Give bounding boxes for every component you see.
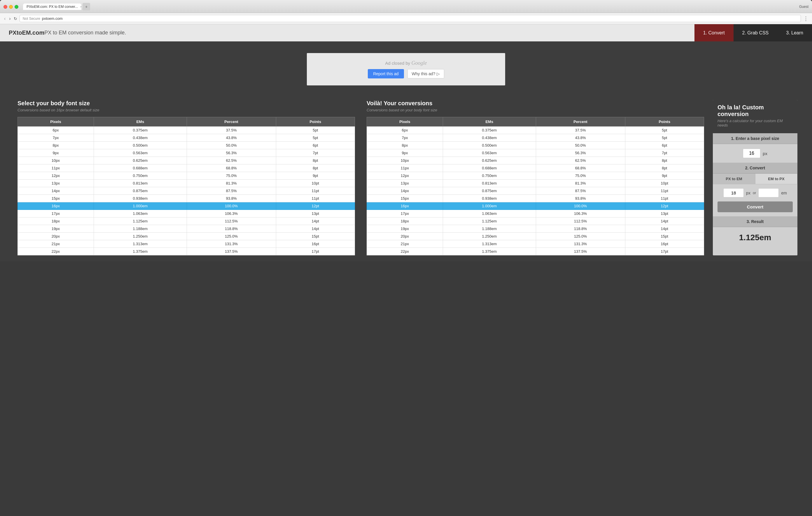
table-cell: 75.0% <box>536 172 625 180</box>
report-ad-button[interactable]: Report this ad <box>368 69 404 79</box>
table-row[interactable]: 14px0.875em87.5%11pt <box>18 187 355 195</box>
browser-menu-icon[interactable]: ⋮ <box>803 16 809 22</box>
title-bar: PXtoEM.com: PX to EM conver... × + Guest <box>0 0 812 13</box>
table-cell: 131.3% <box>536 240 625 248</box>
table-row[interactable]: 22px1.375em137.5%17pt <box>367 248 704 255</box>
table-row[interactable]: 15px0.938em93.8%11pt <box>18 195 355 202</box>
right-col-ems: EMs <box>443 117 536 126</box>
convert-inputs: px or em <box>713 184 798 202</box>
tab-close-icon[interactable]: × <box>80 5 81 8</box>
table-row[interactable]: 9px0.563em56.3%7pt <box>18 149 355 157</box>
table-cell: 14pt <box>276 217 355 225</box>
page-content: PXtoEM.com PX to EM conversion made simp… <box>0 24 812 261</box>
forward-button[interactable]: › <box>8 16 11 21</box>
nav-tab-grabcss[interactable]: 2. Grab CSS <box>733 24 778 41</box>
table-row[interactable]: 7px0.438em43.8%5pt <box>367 134 704 142</box>
tab-px-to-em[interactable]: PX to EM <box>713 174 755 184</box>
why-this-ad-button[interactable]: Why this ad? ▷ <box>407 69 444 79</box>
convert-button[interactable]: Convert <box>718 202 793 212</box>
table-row[interactable]: 16px1.000em100.0%12pt <box>367 202 704 210</box>
active-tab[interactable]: PXtoEM.com: PX to EM conver... × <box>23 3 81 10</box>
table-row[interactable]: 18px1.125em112.5%14pt <box>367 217 704 225</box>
table-row[interactable]: 20px1.250em125.0%15pt <box>367 233 704 240</box>
table-row[interactable]: 9px0.563em56.3%7pt <box>367 149 704 157</box>
table-row[interactable]: 6px0.375em37.5%5pt <box>18 126 355 134</box>
minimize-button[interactable] <box>9 5 13 9</box>
table-row[interactable]: 13px0.813em81.3%10pt <box>18 180 355 187</box>
back-button[interactable]: ‹ <box>3 16 6 21</box>
google-logo-text: Google <box>411 60 427 66</box>
not-secure-label: Not Secure <box>23 17 40 21</box>
table-cell: 0.750em <box>94 172 187 180</box>
left-col-percent: Percent <box>187 117 276 126</box>
table-row[interactable]: 8px0.500em50.0%6pt <box>367 142 704 149</box>
table-row[interactable]: 7px0.438em43.8%5pt <box>18 134 355 142</box>
nav-tab-convert[interactable]: 1. Convert <box>694 24 733 41</box>
table-cell: 0.813em <box>443 180 536 187</box>
em-input[interactable] <box>758 188 779 198</box>
px-input[interactable] <box>723 188 744 198</box>
table-row[interactable]: 21px1.313em131.3%16pt <box>18 240 355 248</box>
table-row[interactable]: 21px1.313em131.3%16pt <box>367 240 704 248</box>
table-cell: 0.563em <box>443 149 536 157</box>
refresh-button[interactable]: ↻ <box>14 16 17 21</box>
table-cell: 0.500em <box>94 142 187 149</box>
table-row[interactable]: 11px0.688em68.8%8pt <box>367 164 704 172</box>
new-tab-button[interactable]: + <box>83 3 90 10</box>
table-row[interactable]: 22px1.375em137.5%17pt <box>18 248 355 255</box>
table-cell: 13pt <box>276 210 355 217</box>
base-pixel-input[interactable] <box>743 149 760 158</box>
table-cell: 17pt <box>276 248 355 255</box>
site-logo: PXtoEM.com PX to EM conversion made simp… <box>0 24 694 41</box>
table-row[interactable]: 19px1.188em118.8%14pt <box>367 225 704 233</box>
table-cell: 8pt <box>625 157 704 164</box>
left-section: Select your body font size Conversions b… <box>14 100 358 255</box>
table-row[interactable]: 10px0.625em62.5%8pt <box>367 157 704 164</box>
table-cell: 50.0% <box>187 142 276 149</box>
url-bar[interactable]: Not Secure pxtoem.com <box>20 15 801 22</box>
table-row[interactable]: 17px1.063em106.3%13pt <box>18 210 355 217</box>
table-cell: 1.000em <box>443 202 536 210</box>
result-value: 1.125em <box>713 227 798 248</box>
table-row[interactable]: 12px0.750em75.0%9pt <box>18 172 355 180</box>
table-cell: 7pt <box>276 149 355 157</box>
table-cell: 131.3% <box>187 240 276 248</box>
why-btn-icon: ▷ <box>437 71 440 76</box>
table-cell: 6px <box>367 126 443 134</box>
table-row[interactable]: 18px1.125em112.5%14pt <box>18 217 355 225</box>
table-row[interactable]: 11px0.688em68.8%8pt <box>18 164 355 172</box>
table-cell: 7px <box>18 134 94 142</box>
table-cell: 1.250em <box>443 233 536 240</box>
close-button[interactable] <box>3 5 7 9</box>
table-row[interactable]: 6px0.375em37.5%5pt <box>367 126 704 134</box>
table-cell: 112.5% <box>536 217 625 225</box>
right-col-pixels: Pixels <box>367 117 443 126</box>
tab-em-to-px[interactable]: EM to PX <box>755 174 798 184</box>
table-cell: 1.063em <box>443 210 536 217</box>
table-row[interactable]: 20px1.250em125.0%15pt <box>18 233 355 240</box>
table-row[interactable]: 17px1.063em106.3%13pt <box>367 210 704 217</box>
table-cell: 1.188em <box>443 225 536 233</box>
table-cell: 0.750em <box>443 172 536 180</box>
table-row[interactable]: 8px0.500em50.0%6pt <box>18 142 355 149</box>
table-cell: 1.188em <box>94 225 187 233</box>
nav-tabs: 1. Convert 2. Grab CSS 3. Learn <box>694 24 812 41</box>
left-section-title: Select your body font size <box>18 100 355 107</box>
table-cell: 1.063em <box>94 210 187 217</box>
table-row[interactable]: 16px1.000em100.0%12pt <box>18 202 355 210</box>
table-row[interactable]: 13px0.813em81.3%10pt <box>367 180 704 187</box>
base-size-row: px <box>713 144 798 163</box>
table-cell: 11pt <box>625 187 704 195</box>
table-cell: 118.8% <box>536 225 625 233</box>
table-cell: 15pt <box>625 233 704 240</box>
nav-tab-learn[interactable]: 3. Learn <box>777 24 812 41</box>
custom-panel-title: Oh la la! Custom conversion <box>718 104 793 118</box>
maximize-button[interactable] <box>14 5 18 9</box>
right-section-title: Voilà! Your conversions <box>367 100 704 107</box>
table-row[interactable]: 15px0.938em93.8%11pt <box>367 195 704 202</box>
table-row[interactable]: 19px1.188em118.8%14pt <box>18 225 355 233</box>
table-row[interactable]: 14px0.875em87.5%11pt <box>367 187 704 195</box>
table-cell: 62.5% <box>187 157 276 164</box>
table-row[interactable]: 10px0.625em62.5%8pt <box>18 157 355 164</box>
table-row[interactable]: 12px0.750em75.0%9pt <box>367 172 704 180</box>
